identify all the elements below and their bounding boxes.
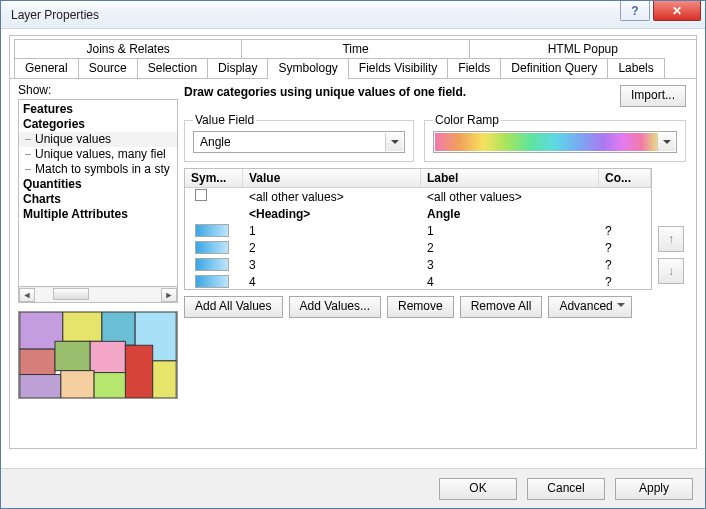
grid-row-all-other[interactable]: <all other values> <all other values> (185, 188, 651, 205)
grid-row[interactable]: 1 1 ? (185, 222, 651, 239)
layer-properties-dialog: Layer Properties ? ✕ Joins & Relates Tim… (0, 0, 706, 509)
preview-map-icon (19, 312, 177, 398)
grid-row[interactable]: 3 3 ? (185, 256, 651, 273)
show-label: Show: (18, 83, 178, 97)
help-icon: ? (631, 4, 638, 18)
col-label[interactable]: Label (421, 169, 599, 187)
chevron-down-icon (657, 133, 675, 151)
move-up-button[interactable]: ↑ (658, 226, 684, 252)
left-column: Show: Features Categories Unique values … (18, 83, 178, 444)
svg-rect-10 (94, 373, 125, 398)
scroll-left-icon[interactable]: ◄ (19, 288, 35, 302)
tabs-row-2: General Source Selection Display Symbolo… (10, 58, 696, 78)
symbol-swatch[interactable] (195, 275, 229, 288)
tab-general[interactable]: General (14, 58, 79, 78)
tab-time[interactable]: Time (241, 39, 469, 58)
color-ramp-swatch (435, 133, 675, 151)
remove-button[interactable]: Remove (387, 296, 454, 318)
grid-row[interactable]: 4 4 ? (185, 273, 651, 290)
window-controls: ? ✕ (620, 1, 701, 21)
value-field-group: Value Field Angle (184, 113, 414, 162)
symbol-swatch[interactable] (195, 258, 229, 271)
tab-source[interactable]: Source (78, 58, 138, 78)
svg-rect-2 (102, 312, 135, 345)
tree-charts[interactable]: Charts (19, 192, 177, 207)
add-values-button[interactable]: Add Values... (289, 296, 382, 318)
ok-button[interactable]: OK (439, 478, 517, 500)
close-icon: ✕ (672, 4, 682, 18)
chevron-down-icon (617, 303, 625, 311)
col-count[interactable]: Co... (599, 169, 651, 187)
dialog-footer: OK Cancel Apply (1, 468, 705, 508)
tab-symbology[interactable]: Symbology (267, 58, 348, 79)
scroll-thumb[interactable] (53, 288, 89, 300)
categories-grid[interactable]: Sym... Value Label Co... <all other valu… (184, 168, 652, 290)
arrow-up-icon: ↑ (668, 232, 674, 246)
grid-header: Sym... Value Label Co... (185, 169, 651, 188)
content-area: Joins & Relates Time HTML Popup General … (1, 29, 705, 468)
col-symbol[interactable]: Sym... (185, 169, 243, 187)
move-down-button[interactable]: ↓ (658, 258, 684, 284)
svg-rect-4 (20, 349, 55, 374)
tree-categories[interactable]: Categories (19, 117, 177, 132)
close-button[interactable]: ✕ (653, 1, 701, 21)
tabs-row-1: Joins & Relates Time HTML Popup (10, 39, 696, 58)
svg-rect-6 (90, 341, 125, 372)
tab-fields[interactable]: Fields (447, 58, 501, 78)
reorder-buttons: ↑ ↓ (658, 168, 686, 290)
svg-rect-1 (63, 312, 102, 341)
advanced-button[interactable]: Advanced (548, 296, 631, 318)
scroll-right-icon[interactable]: ► (161, 288, 177, 302)
col-value[interactable]: Value (243, 169, 421, 187)
value-field-legend: Value Field (193, 113, 256, 127)
tab-labels[interactable]: Labels (607, 58, 664, 78)
titlebar: Layer Properties ? ✕ (1, 1, 705, 29)
tree-quantities[interactable]: Quantities (19, 177, 177, 192)
tree-unique-values[interactable]: Unique values (19, 132, 177, 147)
tree-multiple-attributes[interactable]: Multiple Attributes (19, 207, 177, 222)
color-ramp-dropdown[interactable] (433, 131, 677, 153)
color-ramp-legend: Color Ramp (433, 113, 501, 127)
arrow-down-icon: ↓ (668, 264, 674, 278)
symbol-swatch[interactable] (195, 241, 229, 254)
right-column: Draw categories using unique values of o… (182, 83, 688, 444)
tab-selection[interactable]: Selection (137, 58, 208, 78)
remove-all-button[interactable]: Remove All (460, 296, 543, 318)
layer-preview (18, 311, 178, 399)
cancel-button[interactable]: Cancel (527, 478, 605, 500)
value-field-value: Angle (200, 135, 231, 149)
tree-unique-values-many[interactable]: Unique values, many fiel (19, 147, 177, 162)
svg-rect-8 (20, 375, 61, 398)
tab-definition-query[interactable]: Definition Query (500, 58, 608, 78)
tree-scrollbar[interactable]: ◄ ► (18, 287, 178, 303)
all-other-checkbox[interactable] (195, 189, 207, 201)
tab-html-popup[interactable]: HTML Popup (469, 39, 697, 58)
import-button[interactable]: Import... (620, 85, 686, 107)
tab-display[interactable]: Display (207, 58, 268, 78)
svg-rect-9 (61, 371, 94, 398)
tab-strip: Joins & Relates Time HTML Popup General … (9, 35, 697, 449)
grid-row-heading[interactable]: <Heading> Angle (185, 205, 651, 222)
tab-body: Show: Features Categories Unique values … (10, 78, 696, 448)
svg-rect-5 (55, 341, 90, 370)
grid-row[interactable]: 2 2 ? (185, 239, 651, 256)
description-text: Draw categories using unique values of o… (184, 85, 612, 99)
value-field-dropdown[interactable]: Angle (193, 131, 405, 153)
tab-joins-relates[interactable]: Joins & Relates (14, 39, 242, 58)
tab-fields-visibility[interactable]: Fields Visibility (348, 58, 448, 78)
color-ramp-group: Color Ramp (424, 113, 686, 162)
tree-match-symbols[interactable]: Match to symbols in a sty (19, 162, 177, 177)
scroll-track[interactable] (35, 288, 161, 302)
tree-features[interactable]: Features (19, 102, 177, 117)
add-all-values-button[interactable]: Add All Values (184, 296, 283, 318)
help-button[interactable]: ? (620, 1, 650, 21)
apply-button[interactable]: Apply (615, 478, 693, 500)
window-title: Layer Properties (11, 8, 99, 22)
svg-rect-11 (153, 361, 176, 398)
chevron-down-icon (385, 133, 403, 151)
grid-action-buttons: Add All Values Add Values... Remove Remo… (182, 296, 688, 318)
symbol-swatch[interactable] (195, 224, 229, 237)
show-tree[interactable]: Features Categories Unique values Unique… (18, 99, 178, 287)
svg-rect-7 (125, 345, 152, 398)
